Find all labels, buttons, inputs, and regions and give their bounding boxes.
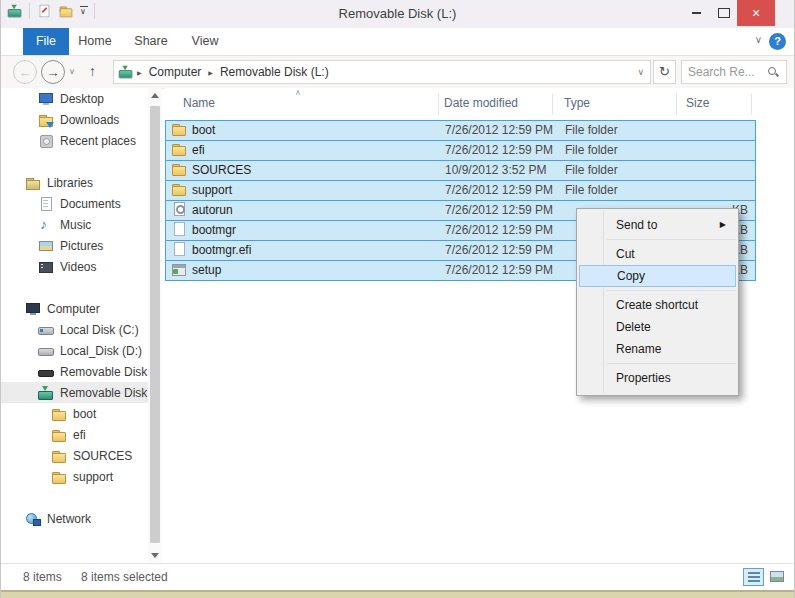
sidebar-item-videos[interactable]: Videos (1, 256, 148, 277)
scroll-down-button[interactable] (148, 548, 162, 563)
folder-icon (51, 427, 67, 443)
column-headers: ∧ Name Date modified Type Size (165, 88, 794, 120)
window-controls: × (683, 0, 775, 26)
sidebar-item-removable-disk-2[interactable]: Removable Disk ( (1, 382, 148, 403)
context-menu: Send to▶ Cut Copy Create shortcut Delete… (576, 208, 739, 396)
up-arrow-icon: ↑ (89, 63, 96, 79)
back-button[interactable]: ← (13, 60, 37, 84)
menu-divider (607, 363, 736, 364)
tab-file[interactable]: File (23, 28, 69, 55)
file-name: support (192, 181, 232, 200)
application-icon (171, 261, 187, 280)
menu-item-label: Properties (616, 371, 671, 385)
menu-item-properties[interactable]: Properties (579, 367, 736, 389)
address-drive-icon (119, 65, 133, 79)
up-button[interactable]: ↑ (89, 63, 96, 79)
menu-item-label: Rename (616, 342, 661, 356)
title-bar[interactable]: ∨ Removable Disk (L:) × (1, 0, 794, 28)
close-icon: × (752, 5, 760, 21)
sidebar-item-network[interactable]: Network (1, 508, 148, 529)
sidebar-item-recent-places[interactable]: Recent places (1, 130, 148, 151)
triangle-up-icon (151, 93, 159, 98)
removable-drive-icon (38, 364, 54, 380)
scrollbar-thumb[interactable] (150, 106, 160, 543)
tab-share[interactable]: Share (128, 28, 174, 55)
back-arrow-icon: ← (19, 65, 32, 80)
maximize-button[interactable] (710, 0, 737, 26)
file-date: 10/9/2012 3:52 PM (445, 161, 546, 180)
sidebar-item-local-disk-d[interactable]: Local_Disk (D:) (1, 340, 148, 361)
column-divider[interactable] (552, 93, 553, 115)
file-name: efi (192, 141, 205, 160)
menu-item-send-to[interactable]: Send to▶ (579, 214, 736, 236)
sidebar-group-gap (1, 487, 148, 508)
column-divider[interactable] (751, 93, 752, 115)
address-dropdown-button[interactable]: ∨ (637, 67, 646, 77)
sidebar-item-label: Libraries (47, 176, 93, 190)
sidebar-item-sources[interactable]: SOURCES (1, 445, 148, 466)
file-type: File folder (565, 141, 618, 160)
breadcrumb-removable-disk[interactable]: Removable Disk (L:) (216, 65, 333, 79)
sidebar-item-boot[interactable]: boot (1, 403, 148, 424)
column-header-size[interactable]: Size (686, 96, 709, 110)
address-bar[interactable]: ▶ Computer ▶ Removable Disk (L:) ∨ (113, 60, 651, 84)
sidebar-item-libraries[interactable]: Libraries (1, 172, 148, 193)
refresh-button[interactable]: ↻ (653, 60, 676, 84)
sidebar-item-downloads[interactable]: Downloads (1, 109, 148, 130)
sidebar-item-documents[interactable]: Documents (1, 193, 148, 214)
column-divider[interactable] (438, 93, 439, 115)
computer-icon (25, 301, 41, 317)
sidebar-item-removable-disk-1[interactable]: Removable Disk ( (1, 361, 148, 382)
sidebar-item-label: Recent places (60, 134, 136, 148)
forward-button[interactable]: → (41, 60, 65, 84)
file-name: autorun (192, 201, 233, 220)
close-button[interactable]: × (737, 0, 775, 26)
maximize-icon (718, 8, 730, 18)
setup-information-icon (171, 201, 187, 220)
file-row-sources[interactable]: SOURCES 10/9/2012 3:52 PM File folder (165, 160, 756, 181)
column-header-name[interactable]: Name (183, 96, 215, 110)
file-row-efi[interactable]: efi 7/26/2012 12:59 PM File folder (165, 140, 756, 161)
column-header-type[interactable]: Type (564, 96, 590, 110)
tab-view[interactable]: View (185, 28, 225, 55)
column-divider[interactable] (676, 93, 677, 115)
file-name: boot (192, 121, 215, 140)
menu-item-create-shortcut[interactable]: Create shortcut (579, 294, 736, 316)
menu-item-rename[interactable]: Rename (579, 338, 736, 360)
menu-item-copy[interactable]: Copy (579, 265, 736, 287)
libraries-icon (25, 175, 41, 191)
recent-locations-button[interactable]: ∨ (69, 67, 75, 76)
breadcrumb-computer[interactable]: Computer (145, 65, 206, 79)
sidebar-item-computer[interactable]: Computer (1, 298, 148, 319)
menu-item-delete[interactable]: Delete (579, 316, 736, 338)
file-row-boot[interactable]: boot 7/26/2012 12:59 PM File folder (165, 120, 756, 141)
minimize-button[interactable] (683, 0, 710, 26)
sidebar-item-support[interactable]: support (1, 466, 148, 487)
folder-icon (51, 448, 67, 464)
search-box[interactable]: Search Re... (681, 60, 787, 84)
sidebar-item-label: Downloads (60, 113, 119, 127)
help-button[interactable]: ? (769, 33, 786, 50)
menu-item-label: Cut (616, 247, 635, 261)
sidebar-item-local-disk-c[interactable]: Local Disk (C:) (1, 319, 148, 340)
tab-home[interactable]: Home (73, 28, 117, 55)
sidebar-item-efi[interactable]: efi (1, 424, 148, 445)
file-name: bootmgr.efi (192, 241, 251, 260)
sidebar-item-desktop[interactable]: Desktop (1, 88, 148, 109)
ribbon-collapse-button[interactable]: ∨ (755, 34, 762, 45)
sidebar-item-music[interactable]: Music (1, 214, 148, 235)
details-view-button[interactable] (743, 568, 764, 586)
menu-item-cut[interactable]: Cut (579, 243, 736, 265)
file-row-support[interactable]: support 7/26/2012 12:59 PM File folder (165, 180, 756, 201)
file-date: 7/26/2012 12:59 PM (445, 221, 553, 240)
scroll-up-button[interactable] (148, 88, 162, 103)
sidebar-item-pictures[interactable]: Pictures (1, 235, 148, 256)
recent-places-icon (38, 133, 54, 149)
column-header-date-modified[interactable]: Date modified (444, 96, 518, 110)
search-input[interactable]: Search Re... (688, 65, 766, 79)
sidebar-item-label: Local Disk (C:) (60, 323, 139, 337)
navigation-pane: Desktop Downloads Recent places Librarie… (1, 88, 148, 563)
forward-arrow-icon: → (47, 65, 60, 80)
thumbnails-view-button[interactable] (767, 568, 788, 586)
sidebar-scrollbar[interactable] (148, 88, 162, 563)
